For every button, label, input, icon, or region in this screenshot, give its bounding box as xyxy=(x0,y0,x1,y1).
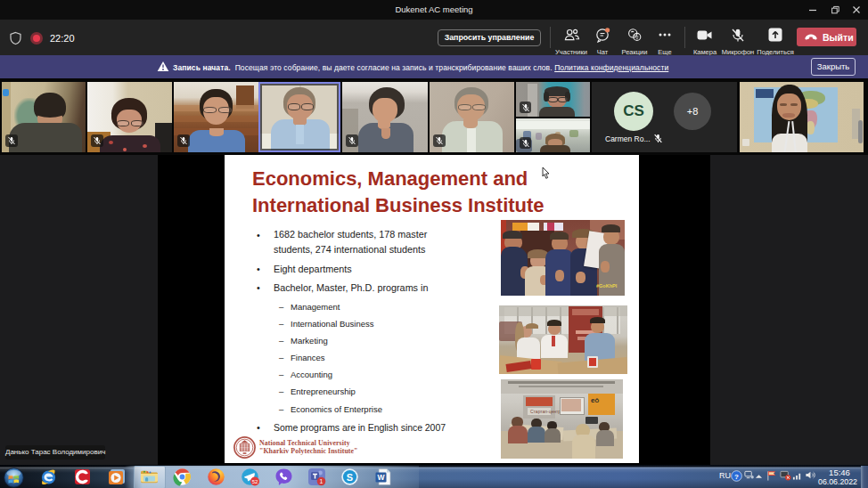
svg-text:S: S xyxy=(347,472,353,483)
svg-text:W: W xyxy=(377,473,385,482)
svg-text:?: ? xyxy=(734,473,739,481)
svg-text:52: 52 xyxy=(252,479,258,484)
svg-text:1: 1 xyxy=(320,478,323,484)
